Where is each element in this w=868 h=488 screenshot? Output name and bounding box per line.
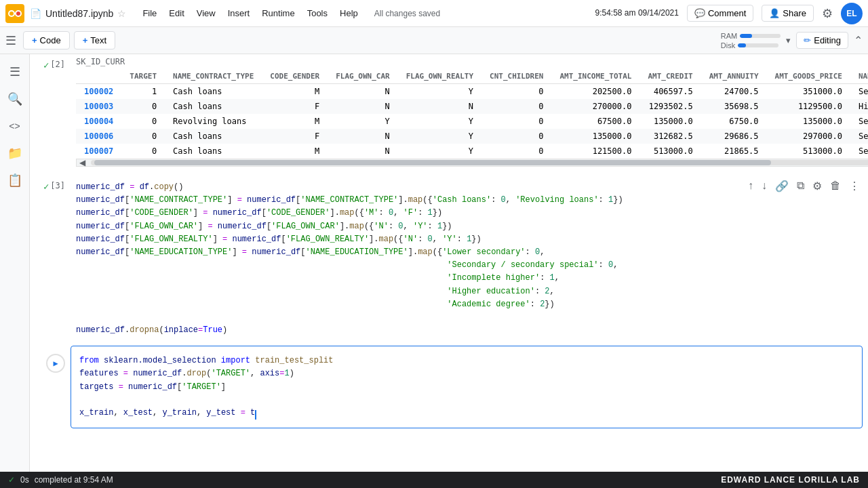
status-left: ✓ 0s completed at 9:54 AM [8,475,113,485]
sidebar-item-search[interactable]: 🔍 [3,87,27,111]
cell-edu: Secondary / [850,144,868,159]
editing-badge[interactable]: ✏ Editing [796,32,848,49]
menu-edit[interactable]: Edit [163,5,189,21]
drive-icon: 📄 [30,8,41,19]
disk-label: Disk [721,41,735,49]
menu-tools[interactable]: Tools [302,5,333,21]
user-avatar[interactable]: EL [841,3,863,24]
col-header-credit: AMT_CREDIT [639,69,701,84]
cell-id: 100004 [76,114,121,129]
comment-icon: 💬 [694,8,705,18]
run-button[interactable]: ▶ [46,354,65,373]
cell-3: ✓ [3] numeric_df = df.copy() numeric_df[… [30,176,868,343]
add-text-button[interactable]: + Text [74,31,115,49]
col-header-car: FLAG_OWN_CAR [328,69,397,84]
cell-target: 0 [121,99,165,114]
cell-children: 0 [481,99,551,114]
time-display: 9:54:58 am 09/14/2021 [595,8,679,19]
menu-help[interactable]: Help [334,5,363,21]
cell-4-content[interactable]: from sklearn.model_selection import trai… [71,346,863,428]
horizontal-scrollbar[interactable]: ◀ ▶ [76,159,868,167]
cell-price: 135000.0 [767,114,850,129]
notebook-title[interactable]: Untitled87.ipynb [45,8,113,19]
comment-button[interactable]: 💬 Comment [687,5,753,22]
sidebar-item-snippets[interactable]: 📋 [3,168,27,192]
cell-price: 297000.0 [767,129,850,144]
cell-3-actions: ↑ ↓ 🔗 ⧉ ⚙ 🗑 ⋮ [745,178,863,194]
menu-file[interactable]: File [137,5,162,21]
cell-income: 202500.0 [552,84,640,100]
move-down-icon[interactable]: ↓ [759,178,770,194]
notebook-title-area: 📄 Untitled87.ipynb ☆ [30,8,126,19]
cell-income: 135000.0 [552,129,640,144]
table-row: 100004 0 Revolving loans M Y Y 0 67500.0… [76,114,868,129]
cell-realty: Y [398,144,481,159]
status-time: 0s [20,475,29,485]
cell-car: N [328,129,397,144]
output-sk-id: SK_ID_CURR [76,57,868,66]
cell-3-check: ✓ [43,181,49,192]
col-header-0 [76,69,121,84]
cell-2-gutter: ✓ [2] [30,54,71,70]
cell-gender: F [262,99,328,114]
scroll-left-icon[interactable]: ◀ [77,158,88,167]
colab-logo[interactable] [5,4,24,23]
cell-4-gutter: ▶ [30,346,71,373]
plus-text-icon: + [83,35,88,45]
cell-children: 0 [481,84,551,100]
menu-insert[interactable]: Insert [222,5,256,21]
cell-target: 0 [121,114,165,129]
add-code-button[interactable]: + Code [23,31,70,49]
toolbar: ☰ + Code + Text RAM Disk ▾ ✏ Editin [0,27,868,54]
disk-row: Disk [721,41,781,49]
cell-realty: Y [398,114,481,129]
share-button[interactable]: 👤 Share [762,5,814,22]
cell-2-check: ✓ [43,60,49,70]
col-header-children: CNT_CHILDREN [481,69,551,84]
cell-3-content[interactable]: numeric_df = df.copy() numeric_df['NAME_… [71,176,868,342]
settings-icon[interactable]: ⚙ [822,6,833,21]
sidebar-item-files[interactable]: 📁 [3,141,27,165]
link-icon[interactable]: 🔗 [772,178,791,194]
sidebar-item-code[interactable]: <> [3,114,27,138]
cell-car: Y [328,114,397,129]
cell-4: ▶ from sklearn.model_selection import tr… [30,346,868,432]
ram-fill [740,34,752,38]
sidebar-toggle-icon[interactable]: ☰ [5,33,16,48]
table-output[interactable]: TARGET NAME_CONTRACT_TYPE CODE_GENDER FL… [76,69,868,159]
col-header-gender: CODE_GENDER [262,69,328,84]
cell-4-code[interactable]: from sklearn.model_selection import trai… [79,352,854,422]
collapse-icon[interactable]: ⌃ [854,34,863,47]
save-status: All changes saved [374,9,440,18]
menu-view[interactable]: View [191,5,221,21]
cell-gender: F [262,129,328,144]
svg-point-3 [9,12,14,16]
dropdown-arrow-icon[interactable]: ▾ [786,35,791,45]
table-row: 100002 1 Cash loans M N Y 0 202500.0 406… [76,84,868,100]
sidebar-item-toc[interactable]: ☰ [3,60,27,84]
cell-contract: Cash loans [165,99,262,114]
copy-icon[interactable]: ⧉ [794,178,807,194]
cell-2: ✓ [2] SK_ID_CURR TARGET NAME_CONTRACT_TY… [30,54,868,170]
delete-icon[interactable]: 🗑 [827,178,844,194]
more-options-icon[interactable]: ⋮ [846,178,863,194]
cell-gender: M [262,114,328,129]
svg-point-4 [16,12,20,16]
cell-3-code[interactable]: numeric_df = df.copy() numeric_df['NAME_… [76,178,827,340]
table-header-row: TARGET NAME_CONTRACT_TYPE CODE_GENDER FL… [76,69,868,84]
settings-cell-icon[interactable]: ⚙ [810,178,825,194]
table-body: 100002 1 Cash loans M N Y 0 202500.0 406… [76,84,868,159]
cell-realty: Y [398,84,481,100]
star-icon[interactable]: ☆ [117,8,126,19]
data-table: TARGET NAME_CONTRACT_TYPE CODE_GENDER FL… [76,69,868,159]
cell-gender: M [262,144,328,159]
scroll-thumb[interactable] [94,160,771,165]
scroll-track[interactable] [91,160,868,165]
notebook-content[interactable]: ✓ [2] SK_ID_CURR TARGET NAME_CONTRACT_TY… [30,54,868,488]
disk-fill [738,43,746,47]
ram-row: RAM [721,32,781,40]
move-up-icon[interactable]: ↑ [745,178,756,194]
cell-edu: Higher [850,99,868,114]
cell-contract: Revolving loans [165,114,262,129]
menu-runtime[interactable]: Runtime [256,5,300,21]
